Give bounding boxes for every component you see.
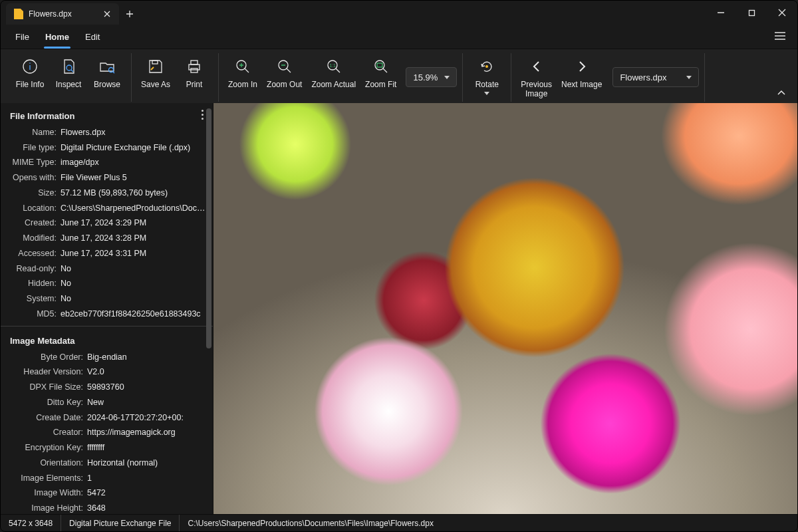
- chevron-down-icon: [444, 76, 450, 79]
- ribbon-label: Previous Image: [521, 80, 552, 99]
- meta-create-date: 2024-06-17T20:27:20+00:: [87, 412, 207, 424]
- ribbon-label: Save As: [141, 80, 170, 89]
- zoom-in-icon: [233, 57, 252, 76]
- info-filetype: Digital Picture Exchange File (.dpx): [61, 142, 207, 154]
- zoom-fit-button[interactable]: Zoom Fit: [361, 53, 400, 92]
- meta-orientation: Horizontal (normal): [87, 457, 207, 469]
- print-button[interactable]: Print: [176, 53, 213, 92]
- ribbon-label: Zoom Out: [267, 80, 302, 89]
- rotate-button[interactable]: Rotate: [468, 53, 505, 98]
- info-name: Flowers.dpx: [61, 126, 207, 139]
- menu-home[interactable]: Home: [39, 28, 76, 46]
- inspect-button[interactable]: Inspect: [50, 53, 87, 92]
- document-tab[interactable]: Flowers.dpx: [6, 3, 119, 25]
- image-metadata-heading: Image Metadata: [1, 331, 213, 350]
- ribbon-label: Browse: [94, 80, 120, 89]
- file-selector-combo[interactable]: Flowers.dpx: [612, 67, 699, 87]
- menu-edit[interactable]: Edit: [78, 28, 106, 46]
- ribbon-label: Rotate: [475, 80, 499, 89]
- new-tab-button[interactable]: [119, 3, 140, 25]
- ribbon-label: Next Image: [561, 80, 602, 89]
- file-info-heading: File Information: [1, 106, 213, 125]
- chevron-right-icon: [573, 57, 591, 76]
- meta-header-version: V2.0: [87, 366, 207, 378]
- svg-point-2: [29, 63, 31, 64]
- ribbon-label: File Info: [16, 80, 45, 89]
- status-path: C:\Users\SharpenedProductions\Documents\…: [180, 515, 442, 531]
- image-viewport[interactable]: [213, 103, 797, 514]
- chevron-down-icon: [686, 76, 692, 79]
- svg-rect-14: [377, 63, 382, 67]
- chevron-down-icon: [484, 92, 489, 95]
- meta-dpx-filesize: 59893760: [87, 381, 207, 394]
- status-dimensions: 5472 x 3648: [1, 515, 61, 531]
- meta-encryption-key: ffffffff: [87, 442, 207, 454]
- menubar: File Home Edit: [1, 25, 797, 49]
- status-filetype: Digital Picture Exchange File: [61, 515, 180, 531]
- meta-image-height: 3648: [87, 502, 207, 514]
- collapse-ribbon-button[interactable]: [771, 84, 792, 102]
- svg-rect-8: [191, 68, 198, 72]
- tab-title: Flowers.dpx: [29, 9, 96, 19]
- zoom-out-button[interactable]: Zoom Out: [263, 53, 306, 92]
- status-bar: 5472 x 3648 Digital Picture Exchange Fil…: [1, 514, 797, 531]
- meta-creator: https://imagemagick.org: [87, 426, 207, 439]
- zoom-actual-icon: 1:1: [325, 57, 343, 76]
- previous-image-button[interactable]: Previous Image: [517, 53, 556, 102]
- info-hidden: No: [61, 277, 207, 290]
- info-md5: eb2ceb770f3f1f88426250e61883493c: [61, 308, 207, 321]
- svg-text:1:1: 1:1: [329, 63, 336, 68]
- zoom-actual-button[interactable]: 1:1 Zoom Actual: [307, 53, 360, 92]
- file-selector-value: Flowers.dpx: [620, 72, 681, 82]
- zoom-out-icon: [275, 57, 294, 76]
- info-size: 57.12 MB (59,893,760 bytes): [61, 187, 207, 200]
- info-location: C:\Users\SharpenedProductions\Docu...: [61, 202, 207, 215]
- image-content: [213, 103, 797, 514]
- minimize-button[interactable]: [706, 1, 736, 25]
- meta-image-elements: 1: [87, 472, 207, 485]
- menu-file[interactable]: File: [9, 28, 36, 46]
- svg-point-15: [485, 65, 488, 68]
- rotate-icon: [477, 57, 496, 76]
- info-accessed: June 17, 2024 3:31 PM: [61, 247, 207, 260]
- inspect-icon: [59, 57, 78, 76]
- meta-byte-order: Big-endian: [87, 351, 207, 364]
- zoom-fit-icon: [372, 57, 390, 76]
- zoom-value: 15.9%: [413, 72, 438, 82]
- ribbon: File Info Inspect Browse Save As Print Z…: [1, 49, 797, 103]
- file-info-button[interactable]: File Info: [11, 53, 49, 92]
- svg-rect-7: [191, 61, 198, 65]
- hamburger-menu[interactable]: [771, 28, 789, 46]
- file-icon: [14, 9, 23, 19]
- svg-rect-5: [152, 61, 158, 64]
- zoom-in-button[interactable]: Zoom In: [224, 53, 261, 92]
- meta-ditto-key: New: [87, 396, 207, 409]
- info-icon: [21, 57, 39, 76]
- svg-point-3: [66, 65, 72, 70]
- info-mime: image/dpx: [61, 156, 207, 169]
- ribbon-label: Zoom Fit: [365, 80, 396, 89]
- svg-point-13: [375, 61, 384, 70]
- save-as-button[interactable]: Save As: [137, 53, 174, 92]
- ribbon-label: Zoom In: [228, 80, 257, 89]
- save-icon: [146, 57, 165, 76]
- titlebar: Flowers.dpx: [1, 1, 797, 25]
- ribbon-label: Inspect: [56, 80, 82, 89]
- folder-icon: [98, 57, 116, 76]
- ribbon-label: Print: [186, 80, 203, 89]
- tab-close-button[interactable]: [102, 9, 112, 19]
- info-created: June 17, 2024 3:29 PM: [61, 217, 207, 229]
- meta-image-width: 5472: [87, 487, 207, 499]
- next-image-button[interactable]: Next Image: [557, 53, 606, 92]
- maximize-button[interactable]: [736, 1, 767, 25]
- info-system: No: [61, 293, 207, 305]
- chevron-left-icon: [527, 57, 546, 76]
- zoom-level-combo[interactable]: 15.9%: [406, 67, 457, 87]
- info-readonly: No: [61, 263, 207, 275]
- close-button[interactable]: [767, 1, 797, 25]
- panel-menu-button[interactable]: [199, 107, 206, 122]
- browse-button[interactable]: Browse: [88, 53, 126, 92]
- sidebar-scrollbar[interactable]: [206, 108, 211, 509]
- info-panel: File Information Name:Flowers.dpx File t…: [1, 103, 213, 514]
- info-modified: June 17, 2024 3:28 PM: [61, 232, 207, 245]
